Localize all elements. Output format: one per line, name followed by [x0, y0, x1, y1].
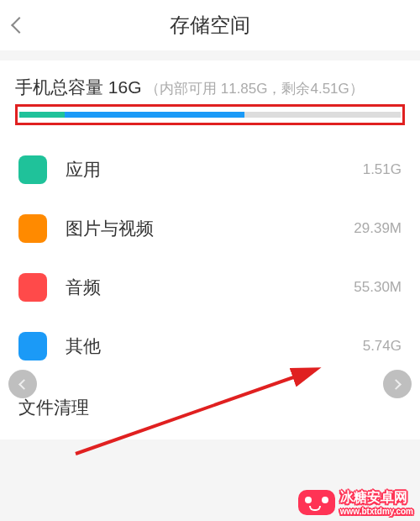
category-size: 5.74G [363, 338, 402, 355]
category-size: 1.51G [363, 161, 402, 178]
category-label: 应用 [66, 158, 363, 182]
category-color-icon [18, 332, 47, 360]
progress-segment-other [65, 112, 244, 118]
storage-text-line: 手机总容量 16G （内部可用 11.85G，剩余4.51G） [15, 76, 405, 99]
back-icon[interactable] [11, 17, 28, 34]
chevron-right-icon [391, 379, 402, 390]
storage-title-prefix: 手机总容量 [15, 77, 108, 97]
category-row-apps[interactable]: 应用 1.51G [0, 140, 420, 199]
progress-segment-apps [19, 112, 65, 118]
watermark-logo-icon [298, 490, 335, 515]
storage-progress-bar [19, 112, 401, 118]
highlight-annotation [15, 104, 405, 125]
watermark-url: www.btxtdmy.com [340, 507, 413, 516]
category-list: 应用 1.51G 图片与视频 29.39M 音频 55.30M 其他 5.74G [0, 140, 420, 376]
category-row-photos[interactable]: 图片与视频 29.39M [0, 199, 420, 258]
category-label: 图片与视频 [66, 217, 354, 240]
category-color-icon [18, 155, 47, 184]
chevron-left-icon [18, 379, 29, 390]
watermark: 冰糖安卓网 www.btxtdmy.com [298, 489, 413, 516]
watermark-text: 冰糖安卓网 [340, 489, 413, 507]
category-color-icon [18, 273, 47, 302]
svg-line-0 [76, 370, 315, 454]
storage-summary: 手机总容量 16G （内部可用 11.85G，剩余4.51G） [0, 61, 420, 140]
category-label: 音频 [66, 276, 354, 299]
header-bar: 存储空间 [0, 0, 420, 50]
page-title: 存储空间 [170, 12, 250, 39]
category-size: 55.30M [354, 279, 402, 296]
watermark-textblock: 冰糖安卓网 www.btxtdmy.com [340, 489, 413, 516]
category-row-audio[interactable]: 音频 55.30M [0, 258, 420, 317]
storage-detail: （内部可用 11.85G，剩余4.51G） [145, 81, 364, 97]
category-color-icon [18, 214, 47, 243]
category-label: 其他 [66, 334, 363, 358]
carousel-next-button[interactable] [383, 370, 412, 398]
storage-total: 16G [108, 77, 142, 97]
category-size: 29.39M [354, 220, 402, 237]
carousel-prev-button[interactable] [8, 370, 37, 398]
annotation-arrow-icon [71, 361, 332, 462]
